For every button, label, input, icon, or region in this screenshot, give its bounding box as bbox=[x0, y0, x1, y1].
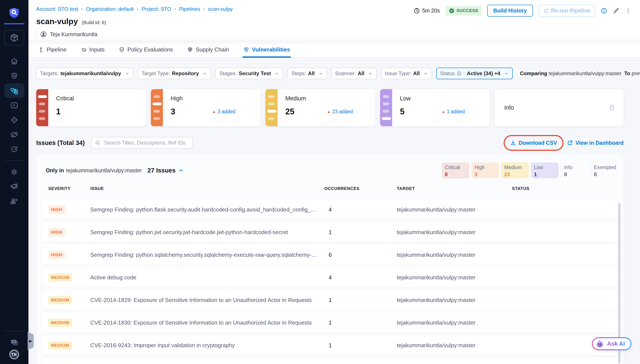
tab-inputs[interactable]: Inputs bbox=[80, 44, 106, 57]
sidebar-item-overview[interactable] bbox=[4, 69, 24, 83]
breadcrumb-separator: › bbox=[81, 6, 83, 12]
author-row: Teja Kummarikuntla bbox=[36, 29, 631, 40]
col-target: TARGET bbox=[397, 186, 512, 191]
table-row[interactable]: MEDIUM CVE-2017-11424: PyJWT: key confus… bbox=[42, 358, 618, 364]
sidebar-item-home[interactable] bbox=[4, 54, 24, 69]
chevron-down-icon bbox=[275, 71, 279, 76]
ask-ai-button[interactable]: Ask AI bbox=[592, 337, 631, 350]
chip-medium[interactable]: Medium23 bbox=[501, 162, 529, 178]
sidebar-item-org-settings[interactable] bbox=[4, 194, 24, 209]
col-issue: ISSUE bbox=[90, 186, 324, 191]
card-low[interactable]: Low 5 ▲ 1 added bbox=[380, 89, 490, 126]
sidebar-item-settings[interactable] bbox=[4, 165, 24, 180]
tab-pipeline[interactable]: Pipeline bbox=[37, 44, 68, 57]
filter-stages[interactable]: Stages:Security Test bbox=[216, 68, 283, 79]
table-row[interactable]: MEDIUM Active debug code 4 tejakummariku… bbox=[42, 268, 618, 287]
chip-info[interactable]: Info0 bbox=[561, 162, 588, 178]
tab-bar: Pipeline Inputs Policy Evaluations Suppl… bbox=[29, 44, 640, 58]
added-count: ▲ 23 added bbox=[327, 109, 353, 114]
inputs-tab-icon bbox=[81, 47, 87, 53]
card-critical[interactable]: Critical 1 bbox=[36, 89, 146, 126]
filter-issue-type[interactable]: Issue Type:All bbox=[381, 68, 432, 79]
chip-low[interactable]: Low1 bbox=[531, 162, 558, 178]
sidebar-item-targets[interactable] bbox=[4, 113, 24, 127]
pipelines-icon bbox=[10, 86, 19, 95]
help-chat-icon: ? bbox=[10, 338, 19, 347]
medium-gauge-icon bbox=[266, 89, 278, 126]
table-row[interactable]: MEDIUM CVE-2016-9243: Improper input val… bbox=[42, 335, 618, 355]
sidebar-item-help[interactable]: ? bbox=[4, 335, 24, 350]
search-input[interactable] bbox=[91, 137, 193, 148]
build-history-button[interactable]: Build History bbox=[487, 5, 533, 16]
table-row[interactable]: HIGH Semgrep Finding: python.jwt.securit… bbox=[42, 222, 618, 242]
severity-chips: Critical0 High3 Medium23 Low1 Info0 bbox=[442, 162, 618, 178]
chip-high[interactable]: High3 bbox=[471, 162, 499, 178]
tab-vulnerabilities[interactable]: Vulnerabilities bbox=[242, 44, 291, 57]
view-in-dashboard-button[interactable]: View in Dashboard bbox=[567, 140, 624, 146]
issue-group-header: Only in tejakummarikuntla/vulpy:master 2… bbox=[42, 155, 618, 178]
filter-bar: Targets:tejakummarikuntla/vulpy Target T… bbox=[36, 68, 624, 79]
card-high[interactable]: High 3 ▲ 3 added bbox=[151, 89, 261, 126]
chevron-down-icon bbox=[423, 71, 428, 76]
sidebar-item-baselines[interactable] bbox=[4, 127, 24, 142]
module-cube-icon bbox=[10, 33, 19, 42]
table-row[interactable]: HIGH Semgrep Finding: python.sqlalchemy.… bbox=[42, 245, 618, 265]
severity-badge: MEDIUM bbox=[48, 296, 72, 304]
breadcrumb-pipelines[interactable]: Pipelines bbox=[179, 6, 200, 12]
tab-policy-evaluations[interactable]: Policy Evaluations bbox=[118, 44, 174, 57]
filter-target-type[interactable]: Target Type:Repository bbox=[138, 68, 211, 79]
sto-logo-icon[interactable] bbox=[8, 6, 21, 20]
chevron-down-icon bbox=[203, 71, 207, 76]
rerun-pipeline-button[interactable]: Re-run Pipeline bbox=[538, 5, 595, 16]
chip-critical[interactable]: Critical0 bbox=[442, 162, 469, 178]
severity-cards: Critical 1 High 3 ▲ 3 added bbox=[36, 89, 624, 126]
critical-gauge-icon bbox=[36, 89, 48, 126]
sidebar-item-pipelines[interactable] bbox=[4, 83, 24, 98]
sidebar-item-exemptions[interactable] bbox=[4, 142, 24, 156]
breadcrumb-project[interactable]: Project: STO bbox=[142, 6, 171, 12]
sidebar-item-default-settings[interactable] bbox=[4, 180, 24, 194]
table-header: SEVERITY ISSUE OCCURRENCES TARGET STATUS bbox=[42, 186, 618, 191]
pipeline-tab-icon bbox=[38, 47, 44, 53]
supply-chain-tab-icon bbox=[187, 47, 193, 53]
card-medium[interactable]: Medium 25 ▲ 23 added bbox=[266, 89, 375, 126]
card-info[interactable]: Info 0 bbox=[495, 89, 624, 126]
severity-badge: HIGH bbox=[48, 228, 65, 236]
filter-scanner[interactable]: Scanner:All bbox=[331, 68, 377, 79]
breadcrumb-current[interactable]: scan-vulpy bbox=[208, 6, 233, 12]
kebab-menu-icon[interactable] bbox=[625, 8, 631, 14]
user-avatar[interactable]: TK bbox=[10, 350, 19, 359]
policy-tab-icon bbox=[119, 47, 125, 53]
sidebar-divider bbox=[4, 160, 24, 161]
sidebar-expander-handle[interactable]: ▶ bbox=[28, 332, 34, 350]
download-csv-button[interactable]: Download CSV bbox=[510, 140, 557, 146]
org-gear-icon bbox=[10, 197, 19, 206]
page-title: scan-vulpy bbox=[36, 17, 78, 26]
breadcrumb-org[interactable]: Organization: default bbox=[86, 6, 134, 12]
home-icon bbox=[10, 57, 19, 66]
table-row[interactable]: MEDIUM CVE-2014-1829: Exposure of Sensit… bbox=[42, 290, 618, 310]
filter-targets[interactable]: Targets:tejakummarikuntla/vulpy bbox=[36, 68, 133, 79]
sidebar-item-executions[interactable] bbox=[4, 98, 24, 113]
comparing-text: Comparing tejakummarikuntla/vulpy:master… bbox=[520, 70, 640, 76]
robot-icon bbox=[595, 339, 604, 348]
logo-underline bbox=[4, 23, 25, 24]
search-box bbox=[91, 137, 193, 148]
table-row[interactable]: HIGH Semgrep Finding: python.flask.secur… bbox=[42, 200, 618, 220]
filter-steps[interactable]: Steps:All bbox=[287, 68, 327, 79]
info-icon[interactable] bbox=[601, 8, 607, 14]
added-count: ▲ 3 added bbox=[213, 109, 236, 114]
edit-pencil-icon[interactable] bbox=[613, 8, 619, 14]
tab-supply-chain[interactable]: Supply Chain bbox=[186, 44, 230, 57]
group-collapse-toggle[interactable]: 27 Issues bbox=[147, 167, 184, 174]
table-row[interactable]: MEDIUM CVE-2014-1830: Exposure of Sensit… bbox=[42, 313, 618, 332]
status-badge: SUCCESS bbox=[445, 6, 482, 16]
executions-icon bbox=[10, 101, 19, 110]
filter-status[interactable]: Status : Active (34) +4 bbox=[436, 68, 513, 79]
severity-badge: HIGH bbox=[48, 251, 65, 259]
module-selector[interactable] bbox=[4, 30, 24, 46]
target-icon bbox=[10, 116, 19, 124]
col-severity: SEVERITY bbox=[48, 186, 90, 191]
chip-exempted[interactable]: Exempted0 bbox=[590, 162, 618, 178]
breadcrumb-account[interactable]: Account: STO test bbox=[36, 6, 78, 12]
